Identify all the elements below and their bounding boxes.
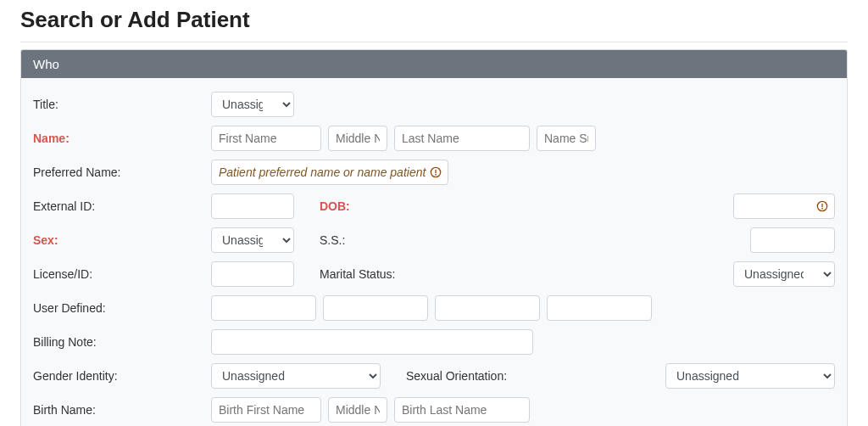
gender-identity-select[interactable]: Unassigned (211, 363, 381, 389)
dob-input[interactable] (733, 193, 835, 219)
sexual-orientation-select[interactable]: Unassigned (665, 363, 835, 389)
label-license-id: License/ID: (33, 267, 211, 281)
label-preferred-name: Preferred Name: (33, 165, 211, 179)
user-defined-2-input[interactable] (323, 295, 428, 321)
birth-first-name-input[interactable] (211, 397, 321, 423)
panel-body: Title: Unassigned Name: Preferred Name: (21, 78, 847, 426)
label-marital-status: Marital Status: (294, 267, 447, 281)
label-birth-name: Birth Name: (33, 403, 211, 417)
last-name-input[interactable] (394, 126, 530, 151)
name-suffix-input[interactable] (537, 126, 596, 151)
label-title: Title: (33, 98, 211, 111)
external-id-input[interactable] (211, 193, 294, 219)
middle-name-input[interactable] (328, 126, 387, 151)
user-defined-1-input[interactable] (211, 295, 316, 321)
user-defined-3-input[interactable] (435, 295, 540, 321)
preferred-name-input[interactable] (211, 160, 448, 185)
label-sex: Sex: (33, 233, 211, 247)
first-name-input[interactable] (211, 126, 321, 151)
label-ss: S.S.: (294, 233, 447, 247)
who-panel: Who Title: Unassigned Name: Preferred Na… (20, 49, 848, 426)
license-id-input[interactable] (211, 261, 294, 287)
sex-select[interactable]: Unassigned (211, 227, 294, 253)
divider (20, 42, 848, 42)
label-gender-identity: Gender Identity: (33, 369, 211, 383)
label-name: Name: (33, 132, 211, 145)
birth-last-name-input[interactable] (394, 397, 530, 423)
label-sexual-orientation: Sexual Orientation: (406, 369, 559, 383)
user-defined-4-input[interactable] (547, 295, 652, 321)
marital-status-select[interactable]: Unassigned (733, 261, 835, 287)
ss-input[interactable] (750, 227, 835, 253)
label-external-id: External ID: (33, 199, 211, 213)
page-title: Search or Add Patient (20, 7, 848, 33)
panel-header: Who (21, 50, 847, 78)
birth-middle-name-input[interactable] (328, 397, 387, 423)
label-dob: DOB: (294, 199, 447, 213)
title-select[interactable]: Unassigned (211, 92, 294, 117)
label-user-defined: User Defined: (33, 301, 211, 315)
label-billing-note: Billing Note: (33, 335, 211, 349)
billing-note-input[interactable] (211, 329, 533, 355)
